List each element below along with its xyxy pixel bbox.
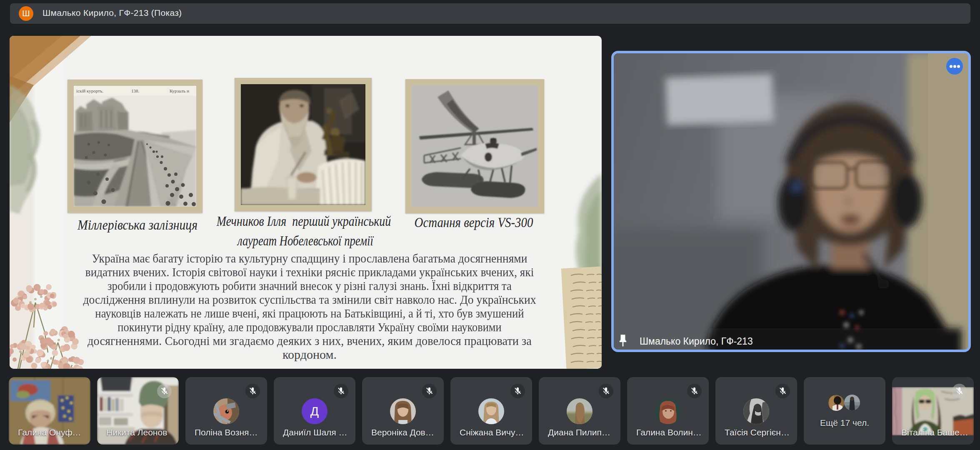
- svg-text:138.: 138.: [131, 88, 140, 93]
- svg-text:iскiй курортъ.: iскiй курортъ.: [76, 88, 104, 93]
- svg-text:Курзалъ и: Курзалъ и: [170, 88, 189, 93]
